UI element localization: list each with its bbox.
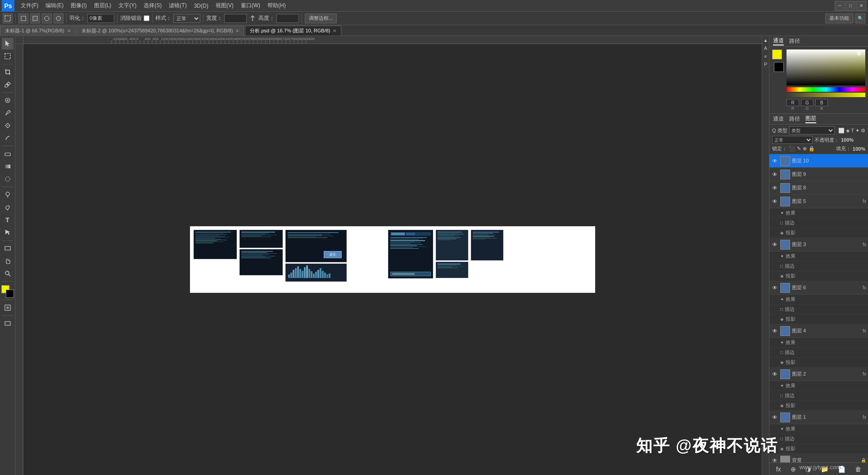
layer-fx-btn[interactable]: fx	[774, 465, 783, 474]
filter-smart-icon[interactable]: ⚙	[861, 128, 865, 134]
layer-item-6[interactable]: 👁 图层 6 fx	[769, 281, 868, 295]
collapse-layer-icon[interactable]: ≡	[763, 54, 769, 60]
style-select[interactable]: 正常	[173, 14, 200, 23]
tab-0-close[interactable]: ✕	[67, 28, 71, 33]
hue-slider[interactable]	[787, 87, 865, 92]
color-b-input[interactable]	[815, 99, 828, 106]
layer-eye-1[interactable]: 👁	[771, 414, 778, 421]
tool-clone[interactable]	[2, 120, 14, 131]
bg-color-swatch[interactable]	[6, 290, 14, 298]
tab-2-close[interactable]: ✕	[333, 28, 336, 33]
layer-group-btn[interactable]: 📁	[819, 465, 830, 474]
channels-tab[interactable]: 通道	[773, 115, 784, 123]
basic-func-btn[interactable]: 基本功能	[825, 13, 853, 23]
layer-item-bg[interactable]: 👁 背景 🔒	[769, 454, 868, 462]
collapse-path-icon[interactable]: P	[763, 62, 769, 68]
fg-bg-colors[interactable]	[1, 285, 14, 298]
adjust-edges-btn[interactable]: 调整边框...	[305, 13, 337, 23]
collapse-color-icon[interactable]: ▲	[763, 38, 769, 44]
alpha-slider[interactable]	[787, 93, 865, 97]
menu-help[interactable]: 帮助(H)	[264, 1, 289, 10]
tool-btn-2[interactable]	[18, 13, 28, 23]
close-btn[interactable]: ✕	[856, 1, 866, 11]
lock-all-btn[interactable]: 🔒	[809, 146, 815, 152]
tab-1-close[interactable]: ✕	[235, 28, 239, 33]
menu-edit[interactable]: 编辑(E)	[42, 1, 67, 10]
layer-eye-5[interactable]: 👁	[771, 198, 778, 205]
tool-move[interactable]	[2, 38, 14, 49]
menu-image[interactable]: 图像(I)	[67, 1, 90, 10]
color-tab[interactable]: 通道	[773, 37, 784, 45]
tool-btn-3[interactable]	[30, 13, 40, 23]
maximize-btn[interactable]: □	[845, 1, 855, 11]
tool-blur[interactable]	[2, 173, 14, 185]
tool-path-selection[interactable]	[2, 227, 14, 238]
height-input[interactable]	[276, 14, 299, 23]
tool-selection[interactable]	[2, 50, 14, 62]
layer-eye-3[interactable]: 👁	[771, 241, 778, 248]
color-g-input[interactable]	[801, 99, 814, 106]
filter-pixel-icon[interactable]: ⬜	[838, 128, 845, 134]
filter-adj-icon[interactable]: ◈	[846, 128, 850, 134]
tool-screen-mode[interactable]	[2, 318, 14, 329]
menu-file[interactable]: 文件(F)	[17, 1, 42, 10]
feather-input[interactable]	[87, 14, 114, 23]
layer-adj-btn[interactable]: ◑	[804, 465, 813, 474]
layers-tab[interactable]: 图层	[805, 115, 816, 123]
tool-marquee[interactable]	[3, 13, 13, 23]
layer-item-1[interactable]: 👁 图层 1 fx	[769, 411, 868, 424]
layer-item-10[interactable]: 👁 图层 10	[769, 154, 868, 168]
layer-item-2[interactable]: 👁 图层 2 fx	[769, 367, 868, 381]
tool-zoom[interactable]	[2, 268, 14, 279]
tool-history-brush[interactable]	[2, 132, 14, 144]
swatches-tab[interactable]: 路径	[789, 37, 800, 45]
minimize-btn[interactable]: ─	[835, 1, 845, 11]
layer-eye-10[interactable]: 👁	[771, 157, 778, 165]
width-input[interactable]	[224, 14, 247, 23]
color-r-input[interactable]	[787, 99, 799, 106]
color-picker-gradient[interactable]	[787, 49, 865, 85]
tool-gradient[interactable]	[2, 161, 14, 172]
tool-hand[interactable]	[2, 255, 14, 267]
layer-item-4[interactable]: 👁 图层 4 fx	[769, 324, 868, 338]
tool-spot-heal[interactable]	[2, 94, 14, 106]
lock-artboard-btn[interactable]: ⊕	[803, 146, 807, 152]
layer-eye-bg[interactable]: 👁	[771, 457, 778, 463]
tool-pen[interactable]	[2, 202, 14, 213]
tool-btn-5[interactable]	[54, 13, 63, 23]
menu-select[interactable]: 选择(S)	[140, 1, 165, 10]
layer-eye-9[interactable]: 👁	[771, 171, 778, 178]
layer-mask-btn[interactable]: ⊕	[789, 465, 798, 474]
paths-tab[interactable]: 路径	[789, 115, 800, 123]
tool-eraser[interactable]	[2, 148, 14, 160]
layer-item-3[interactable]: 👁 图层 3 fx	[769, 238, 868, 251]
layer-item-9[interactable]: 👁 图层 9	[769, 168, 868, 181]
layer-item-8[interactable]: 👁 图层 8	[769, 181, 868, 195]
menu-layer[interactable]: 图层(L)	[90, 1, 115, 10]
layer-new-btn[interactable]: 📄	[836, 465, 847, 474]
search-btn[interactable]: 🔍	[855, 13, 865, 23]
tool-dodge[interactable]	[2, 189, 14, 201]
tab-0[interactable]: 未标题-1 @ 66.7%(RGB/8) ✕	[0, 26, 76, 36]
tool-text[interactable]: T	[2, 214, 14, 226]
blend-mode-select[interactable]: 正常	[772, 136, 813, 144]
tool-crop[interactable]	[2, 66, 14, 78]
tool-shape[interactable]	[2, 242, 14, 254]
layer-type-select[interactable]: 类型	[789, 126, 835, 134]
layer-eye-4[interactable]: 👁	[771, 327, 778, 335]
menu-view[interactable]: 视图(V)	[212, 1, 237, 10]
canvas-scroll[interactable]: 提交	[23, 44, 762, 475]
menu-filter[interactable]: 滤镜(T)	[165, 1, 190, 10]
menu-text[interactable]: 文字(Y)	[115, 1, 140, 10]
antialias-checkbox[interactable]	[144, 15, 149, 21]
fg-color-picker[interactable]	[772, 49, 782, 59]
tool-brush[interactable]	[2, 107, 14, 119]
filter-text-icon[interactable]: T	[851, 128, 854, 134]
filter-vector-icon[interactable]: ✦	[855, 128, 859, 134]
layer-eye-2[interactable]: 👁	[771, 371, 778, 378]
bg-color-picker[interactable]	[774, 62, 784, 72]
layer-eye-8[interactable]: 👁	[771, 184, 778, 192]
tab-2[interactable]: 分析.psd @ 16.7% (图层 10, RGB/8) ✕	[245, 26, 341, 36]
layer-del-btn[interactable]: 🗑	[853, 465, 863, 474]
lock-position-btn[interactable]: ✎	[797, 146, 801, 152]
